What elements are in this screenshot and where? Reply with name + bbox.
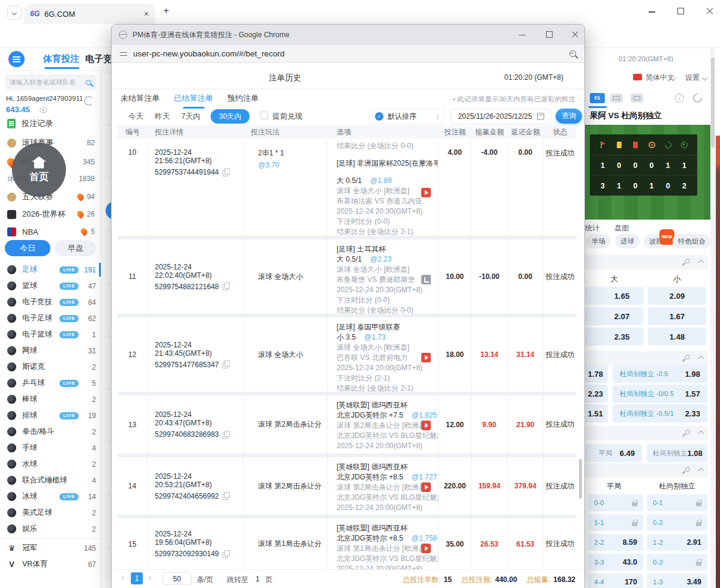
- sidebar-sport-item[interactable]: 电子足球 LIVE 62: [0, 310, 101, 326]
- odds-button[interactable]: 杜尚别独立 -0/0.5 1.57: [613, 385, 707, 403]
- odds-button[interactable]: 1.51: [585, 404, 608, 422]
- browser-tab[interactable]: 6G 6G.COM ×: [24, 4, 155, 24]
- jump-page-input[interactable]: 1: [256, 575, 260, 583]
- collapse-icon[interactable]: [698, 260, 704, 266]
- filter-today[interactable]: 今天: [128, 112, 143, 122]
- copy-icon[interactable]: [223, 550, 230, 558]
- page-size-input[interactable]: 50: [163, 572, 191, 585]
- pin-icon[interactable]: [683, 259, 690, 266]
- odds-button[interactable]: 2.07: [585, 307, 643, 325]
- search-icon[interactable]: [86, 80, 91, 85]
- sidebar-item-nba[interactable]: NBA 5: [0, 223, 101, 240]
- eye-icon[interactable]: [40, 107, 47, 113]
- settings-selector[interactable]: 设置: [685, 73, 700, 83]
- sidebar-item-champion[interactable]: ♛ 冠军 145: [0, 540, 101, 556]
- sidebar-item-vr-sports[interactable]: V VR体育 67: [0, 556, 101, 572]
- collapse-icon[interactable]: [698, 356, 704, 362]
- filter-yesterday[interactable]: 昨天: [155, 112, 170, 122]
- market-section-header[interactable]: [585, 255, 708, 269]
- early-market-tab[interactable]: 早盘: [55, 240, 96, 256]
- refresh-balance-icon[interactable]: [84, 96, 94, 106]
- tab-chart[interactable]: 盘图: [614, 224, 629, 232]
- pin-icon[interactable]: [683, 355, 690, 362]
- sort-dropdown[interactable]: ✓ 默认排序 ↕: [370, 109, 445, 124]
- refresh-spinner-icon[interactable]: [691, 92, 704, 104]
- window-minimize-button[interactable]: [648, 7, 656, 16]
- live-stream-icon[interactable]: [421, 482, 431, 492]
- info-icon[interactable]: i: [675, 94, 684, 103]
- next-page-button[interactable]: ›: [149, 572, 152, 582]
- correct-score-button[interactable]: 1-1: [588, 514, 643, 531]
- collapse-icon[interactable]: [698, 468, 704, 474]
- popup-scrollbar-thumb[interactable]: [579, 459, 582, 499]
- live-stream-icon[interactable]: [421, 353, 431, 362]
- site-settings-icon[interactable]: [120, 51, 127, 57]
- window-maximize-button[interactable]: [677, 7, 685, 16]
- live-stream-icon[interactable]: [421, 544, 431, 553]
- odds-button[interactable]: 2.09: [648, 287, 706, 305]
- tab-settled[interactable]: 已结算注单: [174, 93, 213, 109]
- match-stats-icon[interactable]: [421, 275, 431, 284]
- menu-icon[interactable]: [8, 51, 25, 67]
- tab-reserved[interactable]: 预约注单: [227, 93, 259, 109]
- sidebar-sport-item[interactable]: 排球 LIVE 19: [0, 407, 101, 424]
- odds-button[interactable]: 杜尚别独立 1.08: [647, 444, 707, 462]
- sidebar-sport-item[interactable]: 篮球 LIVE 47: [0, 278, 101, 294]
- correct-score-button[interactable]: 1-2 2.91: [647, 534, 707, 551]
- sidebar-sport-item[interactable]: 拳击/格斗 LIVE 2: [0, 424, 101, 440]
- popup-url-bar[interactable]: user-pc-new.youbaokun.com/#/bet_record: [112, 45, 584, 63]
- popup-minimize-button[interactable]: [518, 31, 527, 39]
- sidebar-sport-item[interactable]: 网球 LIVE 31: [0, 343, 101, 359]
- sidebar-sport-item[interactable]: 冰球 LIVE 14: [0, 488, 101, 505]
- correct-score-button[interactable]: 2-2 8.59: [588, 534, 643, 551]
- odds-button[interactable]: 1.78: [585, 365, 608, 383]
- live-stream-icon[interactable]: [421, 188, 431, 197]
- popup-close-button[interactable]: [571, 31, 580, 39]
- sidebar-sport-item[interactable]: 电子竞技 LIVE 84: [0, 294, 101, 310]
- odds-button[interactable]: 1.65: [585, 287, 643, 305]
- copy-icon[interactable]: [223, 361, 230, 368]
- correct-score-button[interactable]: 0-0: [588, 494, 643, 511]
- popup-title-bar[interactable]: PM体育-亚洲在线体育竞猜投注 - Google Chrome: [112, 25, 584, 45]
- search-button[interactable]: 查询: [556, 109, 582, 124]
- zoom-out-icon[interactable]: [569, 50, 576, 57]
- tab-search-chevron-icon[interactable]: [7, 5, 22, 20]
- sidebar-sport-item[interactable]: 乒乓球 LIVE 5: [0, 375, 101, 391]
- correct-score-button[interactable]: 3-3 43.0: [588, 554, 643, 571]
- odds-button[interactable]: 2.23: [585, 385, 608, 403]
- sidebar-sport-item[interactable]: 娱乐 LIVE 2: [0, 521, 101, 537]
- sidebar-sport-item[interactable]: 棒球 LIVE 2: [0, 391, 101, 407]
- date-range-picker[interactable]: 2025/11/26-2025/12/25: [451, 109, 551, 124]
- current-page-button[interactable]: 1: [131, 572, 143, 584]
- odds-button[interactable]: 1.48: [648, 328, 706, 346]
- sidebar-item-bet-record[interactable]: 投注记录: [0, 115, 101, 132]
- correct-score-button[interactable]: 0-1: [647, 494, 707, 511]
- popup-maximize-button[interactable]: [545, 31, 554, 39]
- odds-button[interactable]: 平局 6.49: [585, 444, 642, 462]
- today-tab[interactable]: 今日: [5, 240, 50, 256]
- correct-score-button[interactable]: 1-3 3.49: [647, 574, 707, 588]
- filter-month-active[interactable]: 30天内: [211, 109, 250, 124]
- new-tab-button[interactable]: +: [163, 5, 169, 17]
- odds-button[interactable]: 杜尚别独立 -0.5 1.98: [613, 365, 707, 383]
- market-section-header[interactable]: [585, 351, 708, 365]
- copy-icon[interactable]: [223, 492, 230, 500]
- market-section-header[interactable]: [585, 463, 708, 478]
- pin-icon[interactable]: [683, 467, 690, 474]
- match-view-icon[interactable]: [610, 94, 623, 103]
- odds-button[interactable]: 2.35: [585, 328, 643, 346]
- sidebar-sport-item[interactable]: 水球 LIVE 2: [0, 456, 101, 472]
- pin-icon[interactable]: [683, 430, 690, 437]
- tab-close-icon[interactable]: ×: [144, 9, 149, 19]
- copy-icon[interactable]: [223, 169, 230, 176]
- copy-icon[interactable]: [223, 283, 230, 290]
- home-floating-button[interactable]: 首页: [12, 143, 66, 197]
- match-tab-active[interactable]: 01: [590, 93, 605, 103]
- sidebar-sport-item[interactable]: 美式足球 LIVE 2: [0, 505, 101, 521]
- market-filter-pill[interactable]: 波胆 NEW: [644, 234, 668, 248]
- correct-score-button[interactable]: 0-3: [647, 554, 707, 571]
- market-filter-pill[interactable]: 进球: [615, 234, 640, 248]
- odds-button[interactable]: 1.67: [648, 307, 706, 325]
- correct-score-button[interactable]: 0-2: [647, 514, 707, 531]
- live-stream-icon[interactable]: [421, 421, 431, 430]
